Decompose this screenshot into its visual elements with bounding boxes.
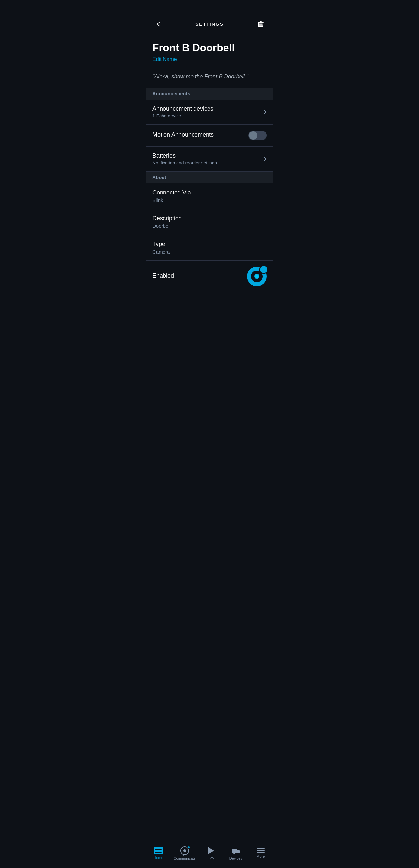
- motion-announcements-toggle[interactable]: [248, 130, 267, 140]
- motion-announcements-row[interactable]: Motion Announcements: [146, 125, 273, 147]
- description-value: Doorbell: [152, 223, 267, 229]
- delete-button[interactable]: [255, 18, 267, 30]
- type-value: Camera: [152, 249, 267, 254]
- content-area: Front B Doorbell Edit Name "Alexa, show …: [146, 35, 273, 325]
- chevron-right-icon: [263, 109, 267, 115]
- motion-announcements-content: Motion Announcements: [152, 131, 248, 140]
- type-title: Type: [152, 241, 267, 248]
- enabled-toggle-dot: [254, 274, 260, 279]
- batteries-row[interactable]: Batteries Notification and reorder setti…: [146, 147, 273, 172]
- announcement-devices-content: Announcement devices 1 Echo device: [152, 105, 263, 119]
- alexa-command: "Alexa, show me the Front B Doorbell.": [146, 66, 273, 88]
- connected-via-row: Connected Via Blink: [146, 183, 273, 209]
- enabled-toggle-outer: [247, 267, 267, 286]
- connected-via-title: Connected Via: [152, 189, 267, 196]
- motion-announcements-title: Motion Announcements: [152, 131, 248, 138]
- svg-rect-1: [260, 21, 262, 22]
- announcement-devices-row[interactable]: Announcement devices 1 Echo device: [146, 99, 273, 125]
- about-section-header: About: [146, 172, 273, 183]
- page-title: SETTINGS: [196, 22, 223, 27]
- announcement-devices-subtitle: 1 Echo device: [152, 113, 263, 119]
- type-row: Type Camera: [146, 235, 273, 261]
- header: SETTINGS: [146, 0, 273, 35]
- announcement-devices-title: Announcement devices: [152, 105, 263, 112]
- batteries-title: Batteries: [152, 152, 263, 159]
- enabled-toggle-inner: [251, 271, 263, 282]
- batteries-content: Batteries Notification and reorder setti…: [152, 152, 263, 165]
- enabled-title: Enabled: [152, 273, 174, 279]
- description-title: Description: [152, 215, 267, 222]
- back-button[interactable]: [152, 18, 164, 30]
- enabled-toggle[interactable]: [247, 267, 267, 286]
- device-name-section: Front B Doorbell Edit Name: [146, 35, 273, 66]
- device-name: Front B Doorbell: [152, 42, 267, 54]
- announcements-section-header: Announcements: [146, 88, 273, 99]
- connected-via-value: Blink: [152, 197, 267, 203]
- edit-name-link[interactable]: Edit Name: [152, 57, 267, 62]
- enabled-row: Enabled: [146, 261, 273, 292]
- chevron-right-icon-batteries: [263, 156, 267, 161]
- description-row: Description Doorbell: [146, 209, 273, 235]
- batteries-subtitle: Notification and reorder settings: [152, 160, 263, 165]
